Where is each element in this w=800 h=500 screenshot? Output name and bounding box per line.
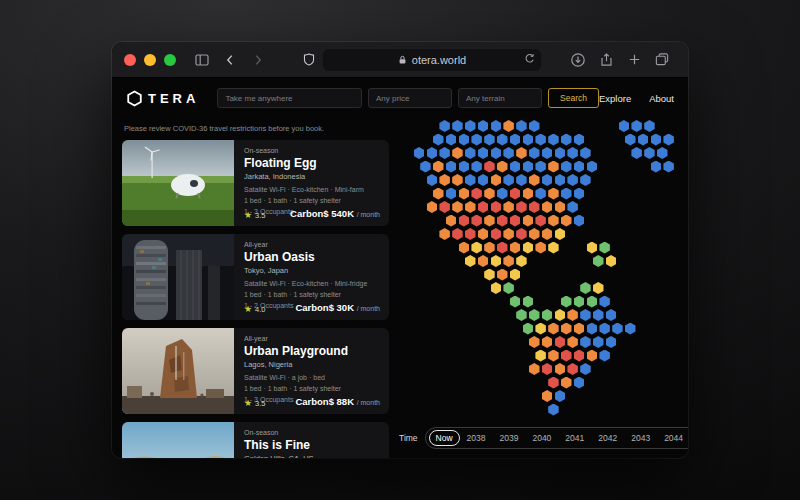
tab-overview-icon[interactable] xyxy=(650,49,674,71)
map-hex xyxy=(548,161,559,173)
map-hex xyxy=(542,201,553,213)
map-hex xyxy=(503,255,514,267)
listing-title: Urban Oasis xyxy=(244,250,380,264)
map-hex xyxy=(433,188,444,200)
map-hex xyxy=(510,161,521,173)
zoom-window-button[interactable] xyxy=(164,54,176,66)
time-option-2039[interactable]: 2039 xyxy=(493,430,526,446)
map-hex xyxy=(478,147,489,159)
map-hex xyxy=(587,323,598,335)
map-hex xyxy=(548,323,559,335)
map-hex xyxy=(523,296,534,308)
nav-about[interactable]: About xyxy=(649,93,674,104)
map-hex xyxy=(452,174,463,186)
page-content: TERA Search Explore About Please review … xyxy=(112,78,688,458)
privacy-shield-icon[interactable] xyxy=(297,49,321,71)
time-option-now[interactable]: Now xyxy=(429,430,460,446)
listing-photo xyxy=(122,140,234,226)
map-hex xyxy=(510,296,521,308)
reload-icon[interactable] xyxy=(523,52,536,67)
site-nav: Explore About xyxy=(599,93,674,104)
map-hex xyxy=(497,269,508,281)
map-hex xyxy=(561,296,572,308)
map-hex xyxy=(452,147,463,159)
map-hex xyxy=(484,188,495,200)
map-hex xyxy=(420,161,431,173)
time-option-2042[interactable]: 2042 xyxy=(591,430,624,446)
map-hex xyxy=(529,120,540,132)
map-hex xyxy=(510,242,521,254)
map-hex xyxy=(497,134,508,146)
time-option-2038[interactable]: 2038 xyxy=(460,430,493,446)
covid-notice: Please review COVID-36 travel restrictio… xyxy=(124,124,389,133)
listing-photo xyxy=(122,422,234,458)
close-window-button[interactable] xyxy=(124,54,136,66)
address-bar[interactable]: otera.world xyxy=(323,49,541,71)
listing-card-floating-egg[interactable]: On-season Floating Egg Jarkata, Indonesi… xyxy=(122,140,389,226)
map-hex xyxy=(548,350,559,362)
sidebar-toggle-icon[interactable] xyxy=(190,49,214,71)
price-filter-input[interactable] xyxy=(368,88,452,108)
browser-window: otera.world xyxy=(112,42,688,458)
new-tab-icon[interactable] xyxy=(622,49,646,71)
map-hex xyxy=(491,282,502,294)
lock-icon xyxy=(398,55,407,65)
map-hex xyxy=(580,282,591,294)
map-hex xyxy=(516,120,527,132)
map-hex xyxy=(535,161,546,173)
map-hex xyxy=(433,161,444,173)
url-text: otera.world xyxy=(412,54,466,66)
map-hex xyxy=(599,350,610,362)
listing-beds: 1 bed · 1 bath · 1 safety shelter xyxy=(244,383,380,394)
listing-amenities: Satalite Wi-Fi · Eco-kitchen · Mini-frid… xyxy=(244,278,380,289)
search-button[interactable]: Search xyxy=(548,88,599,108)
hex-map[interactable] xyxy=(401,120,687,420)
minimize-window-button[interactable] xyxy=(144,54,156,66)
star-icon: ★ xyxy=(244,399,252,408)
listing-location: Jarkata, Indonesia xyxy=(244,172,380,181)
listing-card-urban-playground[interactable]: All-year Urban Playground Lagos, Nigeria… xyxy=(122,328,389,414)
map-hex xyxy=(587,350,598,362)
terrain-filter-input[interactable] xyxy=(458,88,542,108)
map-hex xyxy=(529,147,540,159)
map-hex xyxy=(491,147,502,159)
listing-title: This is Fine xyxy=(244,438,380,452)
listing-rating: ★ 4.0 xyxy=(244,305,266,314)
time-option-2040[interactable]: 2040 xyxy=(525,430,558,446)
listing-photo xyxy=(122,328,234,414)
listing-amenities: Satalite Wi-Fi · a job · bed xyxy=(244,372,380,383)
map-hex xyxy=(516,174,527,186)
map-hex xyxy=(529,201,540,213)
map-hex xyxy=(459,134,470,146)
time-option-2044[interactable]: 2044 xyxy=(657,430,688,446)
map-hex xyxy=(503,147,514,159)
share-icon[interactable] xyxy=(594,49,618,71)
map-hex xyxy=(625,134,636,146)
map-hex xyxy=(587,161,598,173)
site-header: TERA Search Explore About xyxy=(112,78,688,118)
map-hex xyxy=(523,188,534,200)
map-hex xyxy=(427,201,438,213)
map-hex xyxy=(516,201,527,213)
map-hex xyxy=(516,309,527,321)
forward-button[interactable] xyxy=(246,49,270,71)
downloads-icon[interactable] xyxy=(566,49,590,71)
map-hex xyxy=(535,350,546,362)
listing-card-this-is-fine[interactable]: On-season This is Fine Golden Hills, CA,… xyxy=(122,422,389,458)
time-option-2043[interactable]: 2043 xyxy=(624,430,657,446)
nav-explore[interactable]: Explore xyxy=(599,93,631,104)
map-hex xyxy=(542,363,553,375)
destination-input[interactable] xyxy=(217,88,362,108)
listing-season: All-year xyxy=(244,241,380,248)
map-area: Time Now20382039204020412042204320442045 xyxy=(397,118,688,458)
back-button[interactable] xyxy=(218,49,242,71)
map-hex xyxy=(542,336,553,348)
otera-logo[interactable]: TERA xyxy=(126,90,199,107)
listing-details: On-season This is Fine Golden Hills, CA,… xyxy=(234,422,389,458)
map-hex xyxy=(599,242,610,254)
map-hex xyxy=(503,174,514,186)
listing-details: On-season Floating Egg Jarkata, Indonesi… xyxy=(234,140,389,226)
map-hex xyxy=(599,323,610,335)
listing-card-urban-oasis[interactable]: All-year Urban Oasis Tokyo, Japan Satali… xyxy=(122,234,389,320)
time-option-2041[interactable]: 2041 xyxy=(558,430,591,446)
